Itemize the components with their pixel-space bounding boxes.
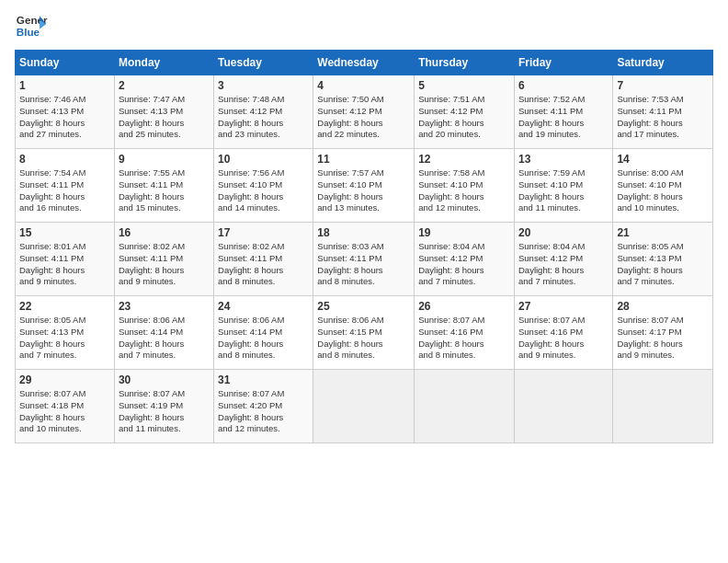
day-number: 10 [218, 153, 309, 166]
calendar-cell: 31Sunrise: 8:07 AMSunset: 4:20 PMDayligh… [214, 370, 313, 443]
calendar-week-5: 29Sunrise: 8:07 AMSunset: 4:18 PMDayligh… [16, 370, 713, 443]
calendar-cell: 27Sunrise: 8:07 AMSunset: 4:16 PMDayligh… [514, 296, 612, 370]
day-info: Sunrise: 8:02 AMSunset: 4:11 PMDaylight:… [119, 241, 210, 288]
day-number: 29 [19, 373, 110, 386]
weekday-sunday: Sunday [16, 51, 115, 75]
day-number: 19 [418, 226, 510, 239]
calendar-week-3: 15Sunrise: 8:01 AMSunset: 4:11 PMDayligh… [16, 223, 713, 296]
calendar-cell: 21Sunrise: 8:05 AMSunset: 4:13 PMDayligh… [613, 223, 713, 296]
calendar-cell: 15Sunrise: 8:01 AMSunset: 4:11 PMDayligh… [16, 223, 115, 296]
day-info: Sunrise: 7:58 AMSunset: 4:10 PMDaylight:… [418, 167, 510, 214]
day-number: 2 [119, 79, 210, 92]
logo: General Blue [15, 9, 51, 42]
calendar-cell [313, 370, 415, 443]
day-info: Sunrise: 7:57 AMSunset: 4:10 PMDaylight:… [317, 167, 410, 214]
day-info: Sunrise: 7:51 AMSunset: 4:12 PMDaylight:… [418, 94, 510, 141]
day-number: 4 [317, 79, 410, 92]
header: General Blue [15, 9, 713, 42]
weekday-thursday: Thursday [415, 51, 515, 75]
calendar-cell: 25Sunrise: 8:06 AMSunset: 4:15 PMDayligh… [313, 296, 415, 370]
day-number: 7 [617, 79, 709, 92]
calendar-cell: 6Sunrise: 7:52 AMSunset: 4:11 PMDaylight… [514, 75, 612, 149]
day-info: Sunrise: 8:03 AMSunset: 4:11 PMDaylight:… [317, 241, 410, 288]
day-number: 26 [418, 300, 510, 313]
calendar-cell: 11Sunrise: 7:57 AMSunset: 4:10 PMDayligh… [313, 149, 415, 223]
day-number: 6 [518, 79, 609, 92]
calendar-cell: 4Sunrise: 7:50 AMSunset: 4:12 PMDaylight… [313, 75, 415, 149]
day-number: 21 [617, 226, 709, 239]
day-info: Sunrise: 8:02 AMSunset: 4:11 PMDaylight:… [218, 241, 309, 288]
day-number: 12 [418, 153, 510, 166]
day-info: Sunrise: 8:05 AMSunset: 4:13 PMDaylight:… [617, 241, 709, 288]
day-info: Sunrise: 8:06 AMSunset: 4:14 PMDaylight:… [119, 315, 210, 362]
day-number: 11 [317, 153, 410, 166]
day-info: Sunrise: 8:01 AMSunset: 4:11 PMDaylight:… [19, 241, 110, 288]
day-info: Sunrise: 8:07 AMSunset: 4:19 PMDaylight:… [119, 388, 210, 435]
day-number: 3 [218, 79, 309, 92]
day-number: 25 [317, 300, 410, 313]
weekday-saturday: Saturday [613, 51, 713, 75]
day-info: Sunrise: 7:56 AMSunset: 4:10 PMDaylight:… [218, 167, 309, 214]
day-info: Sunrise: 8:06 AMSunset: 4:15 PMDaylight:… [317, 315, 410, 362]
day-number: 8 [19, 153, 110, 166]
calendar-cell: 5Sunrise: 7:51 AMSunset: 4:12 PMDaylight… [415, 75, 515, 149]
calendar-cell: 13Sunrise: 7:59 AMSunset: 4:10 PMDayligh… [514, 149, 612, 223]
calendar-cell: 7Sunrise: 7:53 AMSunset: 4:11 PMDaylight… [613, 75, 713, 149]
day-number: 23 [119, 300, 210, 313]
calendar-cell: 2Sunrise: 7:47 AMSunset: 4:13 PMDaylight… [114, 75, 213, 149]
calendar-cell: 26Sunrise: 8:07 AMSunset: 4:16 PMDayligh… [415, 296, 515, 370]
day-info: Sunrise: 8:07 AMSunset: 4:20 PMDaylight:… [218, 388, 309, 435]
calendar-cell [613, 370, 713, 443]
calendar-cell: 1Sunrise: 7:46 AMSunset: 4:13 PMDaylight… [16, 75, 115, 149]
calendar-table: SundayMondayTuesdayWednesdayThursdayFrid… [15, 50, 713, 443]
calendar-cell: 9Sunrise: 7:55 AMSunset: 4:11 PMDaylight… [114, 149, 213, 223]
day-number: 14 [617, 153, 709, 166]
weekday-wednesday: Wednesday [313, 51, 415, 75]
calendar-cell: 20Sunrise: 8:04 AMSunset: 4:12 PMDayligh… [514, 223, 612, 296]
day-info: Sunrise: 8:04 AMSunset: 4:12 PMDaylight:… [418, 241, 510, 288]
day-info: Sunrise: 8:07 AMSunset: 4:18 PMDaylight:… [19, 388, 110, 435]
calendar-cell: 16Sunrise: 8:02 AMSunset: 4:11 PMDayligh… [114, 223, 213, 296]
day-number: 16 [119, 226, 210, 239]
calendar-cell: 17Sunrise: 8:02 AMSunset: 4:11 PMDayligh… [214, 223, 313, 296]
day-info: Sunrise: 7:52 AMSunset: 4:11 PMDaylight:… [518, 94, 609, 141]
day-info: Sunrise: 8:07 AMSunset: 4:16 PMDaylight:… [518, 315, 609, 362]
calendar-week-1: 1Sunrise: 7:46 AMSunset: 4:13 PMDaylight… [16, 75, 713, 149]
day-info: Sunrise: 8:00 AMSunset: 4:10 PMDaylight:… [617, 167, 709, 214]
weekday-friday: Friday [514, 51, 612, 75]
weekday-header-row: SundayMondayTuesdayWednesdayThursdayFrid… [16, 51, 713, 75]
calendar-cell: 24Sunrise: 8:06 AMSunset: 4:14 PMDayligh… [214, 296, 313, 370]
calendar-cell: 29Sunrise: 8:07 AMSunset: 4:18 PMDayligh… [16, 370, 115, 443]
day-info: Sunrise: 7:50 AMSunset: 4:12 PMDaylight:… [317, 94, 410, 141]
day-number: 28 [617, 300, 709, 313]
day-number: 31 [218, 373, 309, 386]
calendar-week-4: 22Sunrise: 8:05 AMSunset: 4:13 PMDayligh… [16, 296, 713, 370]
logo-icon: General Blue [15, 9, 48, 42]
day-number: 15 [19, 226, 110, 239]
calendar-cell: 12Sunrise: 7:58 AMSunset: 4:10 PMDayligh… [415, 149, 515, 223]
day-number: 9 [119, 153, 210, 166]
day-number: 22 [19, 300, 110, 313]
day-info: Sunrise: 7:48 AMSunset: 4:12 PMDaylight:… [218, 94, 309, 141]
calendar-cell: 19Sunrise: 8:04 AMSunset: 4:12 PMDayligh… [415, 223, 515, 296]
svg-text:Blue: Blue [17, 26, 40, 38]
day-info: Sunrise: 8:07 AMSunset: 4:17 PMDaylight:… [617, 315, 709, 362]
day-number: 5 [418, 79, 510, 92]
day-info: Sunrise: 7:59 AMSunset: 4:10 PMDaylight:… [518, 167, 609, 214]
day-number: 20 [518, 226, 609, 239]
day-info: Sunrise: 7:46 AMSunset: 4:13 PMDaylight:… [19, 94, 110, 141]
day-info: Sunrise: 8:06 AMSunset: 4:14 PMDaylight:… [218, 315, 309, 362]
day-number: 17 [218, 226, 309, 239]
calendar-cell: 28Sunrise: 8:07 AMSunset: 4:17 PMDayligh… [613, 296, 713, 370]
day-info: Sunrise: 7:54 AMSunset: 4:11 PMDaylight:… [19, 167, 110, 214]
day-number: 1 [19, 79, 110, 92]
calendar-cell [514, 370, 612, 443]
calendar-cell: 18Sunrise: 8:03 AMSunset: 4:11 PMDayligh… [313, 223, 415, 296]
day-number: 13 [518, 153, 609, 166]
day-info: Sunrise: 8:04 AMSunset: 4:12 PMDaylight:… [518, 241, 609, 288]
calendar-cell: 22Sunrise: 8:05 AMSunset: 4:13 PMDayligh… [16, 296, 115, 370]
day-number: 18 [317, 226, 410, 239]
day-info: Sunrise: 7:47 AMSunset: 4:13 PMDaylight:… [119, 94, 210, 141]
day-info: Sunrise: 8:05 AMSunset: 4:13 PMDaylight:… [19, 315, 110, 362]
calendar-cell: 30Sunrise: 8:07 AMSunset: 4:19 PMDayligh… [114, 370, 213, 443]
